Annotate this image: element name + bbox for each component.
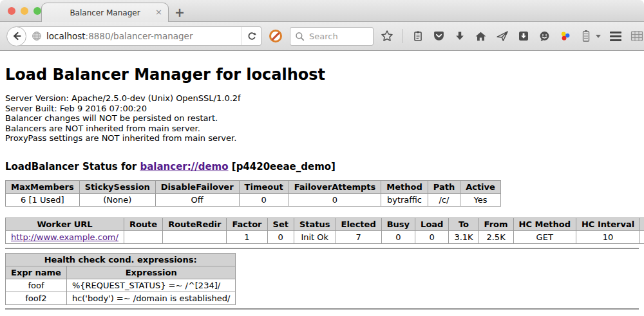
content-blocker-icon[interactable]: [269, 30, 282, 42]
worker-th: Factor: [227, 218, 267, 230]
balancer-th: Method: [381, 180, 428, 193]
download-box-icon[interactable]: [518, 30, 529, 42]
pages-grid-icon[interactable]: [630, 30, 643, 42]
balancers-note-line: Balancers are NOT inherited from main se…: [5, 124, 639, 134]
tab-balancer-manager[interactable]: Balancer Manager ×: [41, 3, 169, 22]
worker-td: [124, 230, 162, 243]
balancer-settings-table: MaxMembers StickySession DisableFailover…: [5, 180, 501, 207]
toolbar-separator: [402, 29, 403, 43]
divider: [5, 308, 639, 310]
worker-td: 0: [267, 230, 294, 243]
health-td-expr: hc('body') =~ /domain is established/: [66, 292, 236, 304]
worker-td: 7: [336, 230, 381, 243]
balancer-td: Off: [155, 193, 239, 206]
balancer-td: (None): [79, 193, 155, 206]
server-built-line: Server Built: Feb 9 2016 07:00:20: [5, 104, 639, 114]
worker-td: 3.1K: [449, 230, 478, 243]
url-text: localhost:8880/balancer-manager: [46, 31, 242, 41]
balancer-td: bytraffic: [381, 193, 428, 206]
status-prefix: LoadBalancer Status for: [5, 161, 137, 172]
worker-td: 2.5K: [478, 230, 513, 243]
health-check-table: Health check cond. expressions: Expr nam…: [5, 253, 236, 305]
worker-th: From: [478, 218, 513, 230]
traffic-lights: [8, 7, 41, 15]
balancer-th: Active: [460, 180, 501, 193]
balancer-th: MaxMembers: [6, 180, 80, 193]
worker-th: Passes: [640, 218, 644, 230]
globe-icon: [32, 31, 42, 41]
worker-th: HC Method: [513, 218, 576, 230]
chevron-down-icon[interactable]: [596, 35, 601, 38]
new-tab-button[interactable]: +: [169, 3, 191, 21]
table-header-row: Worker URL Route RouteRedir Factor Set S…: [6, 218, 644, 230]
worker-td: 0: [415, 230, 449, 243]
search-input[interactable]: [308, 31, 368, 42]
worker-td: 1: [227, 230, 267, 243]
table-row: foof2 hc('body') =~ /domain is establish…: [6, 292, 236, 304]
balancer-td: 0: [239, 193, 289, 206]
worker-th: Elected: [336, 218, 381, 230]
send-plane-icon[interactable]: [496, 30, 509, 42]
worker-url-link[interactable]: http://www.example.com/: [11, 232, 118, 242]
worker-th: Busy: [381, 218, 415, 230]
downloads-icon[interactable]: [454, 30, 466, 42]
server-version-line: Server Version: Apache/2.5.0-dev (Unix) …: [5, 93, 639, 104]
back-button[interactable]: [6, 26, 26, 46]
worker-td-url: http://www.example.com/: [6, 230, 124, 243]
balancer-th: DisableFailover: [155, 180, 239, 193]
table-row: foof %{REQUEST_STATUS} =~ /^[234]/: [6, 279, 236, 292]
close-tab-icon[interactable]: ×: [155, 7, 162, 17]
table-header-row: Expr name Expression: [6, 266, 236, 279]
table-row: 6 [1 Used] (None) Off 0 0 bytraffic /c/ …: [6, 193, 501, 206]
worker-td: Init Ok: [294, 230, 336, 243]
page-content: Load Balancer Manager for localhost Serv…: [0, 51, 644, 316]
worker-th: Load: [415, 218, 449, 230]
balancer-th: FailoverAttempts: [289, 180, 381, 193]
health-th: Expr name: [6, 266, 67, 279]
tab-title: Balancer Manager: [70, 8, 140, 17]
pocket-icon[interactable]: [433, 30, 445, 42]
url-bar[interactable]: localhost:8880/balancer-manager: [15, 26, 261, 46]
table-row: http://www.example.com/ 1 0 Init Ok 7 0 …: [6, 230, 644, 243]
navigation-toolbar: localhost:8880/balancer-manager: [0, 22, 644, 51]
worker-th: HC Interval: [576, 218, 639, 230]
balancer-status-heading: LoadBalancer Status for balancer://demo …: [5, 161, 639, 172]
clipboard-bookmarks-icon[interactable]: [412, 30, 424, 42]
home-icon[interactable]: [475, 30, 487, 42]
zoom-window-button[interactable]: [33, 7, 41, 15]
minimize-window-button[interactable]: [21, 7, 28, 15]
worker-th: Status: [294, 218, 336, 230]
table-title-row: Health check cond. expressions:: [6, 253, 236, 266]
colored-dots-extension-icon[interactable]: [560, 30, 571, 42]
battery-extension-icon[interactable]: [580, 30, 592, 42]
back-arrow-icon: [11, 30, 23, 42]
health-table-title: Health check cond. expressions:: [6, 253, 236, 266]
health-td-expr: %{REQUEST_STATUS} =~ /^[234]/: [66, 279, 236, 292]
balancer-td: 0: [289, 193, 381, 206]
chat-smiley-icon[interactable]: [538, 30, 551, 42]
toolbar-icons: [381, 29, 643, 43]
divider: [5, 248, 639, 249]
balancer-td: Yes: [460, 193, 501, 206]
health-th: Expression: [66, 266, 236, 279]
balancer-td: /c/: [428, 193, 460, 206]
worker-th: RouteRedir: [163, 218, 227, 230]
balancer-td: 6 [1 Used]: [6, 193, 80, 206]
worker-table: Worker URL Route RouteRedir Factor Set S…: [5, 218, 644, 244]
worker-td: 10: [576, 230, 639, 243]
reload-icon: [247, 31, 257, 41]
menu-icon[interactable]: [610, 32, 621, 41]
reload-button[interactable]: [242, 27, 261, 45]
table-header-row: MaxMembers StickySession DisableFailover…: [6, 180, 501, 193]
search-icon: [295, 32, 305, 41]
balancer-th: Path: [428, 180, 460, 193]
balancer-demo-link[interactable]: balancer://demo: [140, 161, 228, 172]
status-nonce: [p4420eeae_demo]: [232, 161, 336, 172]
bookmark-star-icon[interactable]: [381, 30, 393, 42]
worker-th: Worker URL: [6, 218, 124, 230]
health-td-name: foof2: [6, 292, 67, 304]
worker-th: To: [449, 218, 478, 230]
close-window-button[interactable]: [8, 7, 15, 15]
search-bar: [290, 27, 374, 46]
worker-td: [163, 230, 227, 243]
